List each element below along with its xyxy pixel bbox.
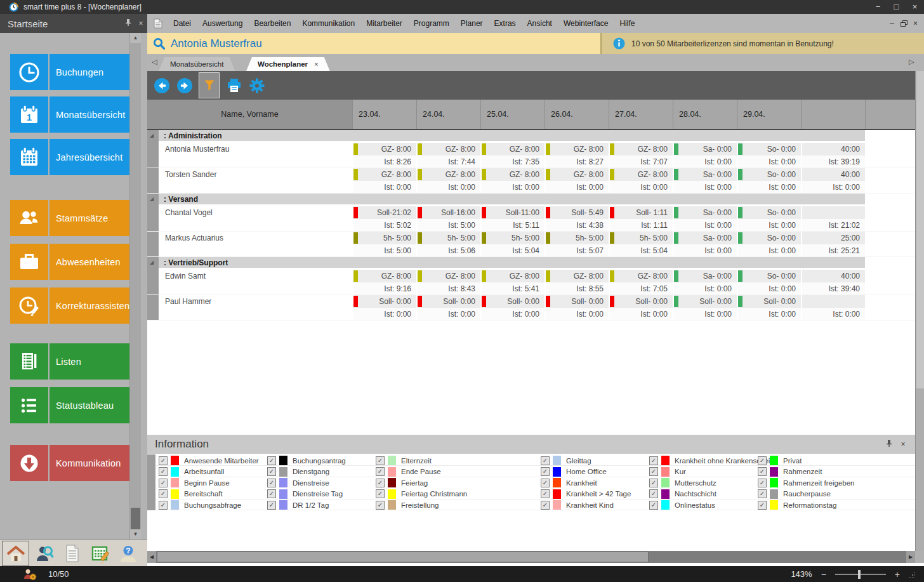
sidebar-item-monatsübersicht[interactable]: 1Monatsübersicht [10, 96, 129, 133]
sidebar-tab-calendar-pencil-icon[interactable] [87, 541, 113, 565]
mdi-restore-icon[interactable] [901, 20, 907, 27]
close-panel-icon[interactable]: × [135, 19, 147, 28]
ist-cell[interactable]: Ist: 0:00 [416, 181, 480, 193]
ist-cell[interactable]: Ist: 5:07 [544, 244, 609, 256]
plan-cell[interactable]: GZ- 8:00 [609, 168, 673, 181]
plan-cell[interactable]: 5h- 5:00 [609, 232, 673, 244]
column-header-date[interactable]: 23.04. [352, 100, 416, 129]
checkbox[interactable]: ✓ [541, 501, 550, 510]
checkbox[interactable]: ✓ [649, 479, 658, 487]
plan-cell[interactable]: Soll- 0:00 [352, 295, 416, 308]
column-header-date[interactable]: 24.04. [416, 100, 480, 129]
plan-cell[interactable]: Sa- 0:00 [673, 232, 737, 244]
sidebar-tab-document-icon[interactable] [59, 541, 85, 565]
checkbox[interactable]: ✓ [267, 467, 276, 476]
scrollbar-thumb[interactable] [157, 552, 649, 562]
column-header-date[interactable]: 26.04. [544, 100, 609, 129]
minimize-button[interactable]: − [869, 0, 887, 14]
checkbox[interactable]: ✓ [758, 467, 767, 476]
group-row[interactable]: ◢: Vertrieb/Support [147, 257, 915, 270]
plan-cell[interactable]: So- 0:00 [737, 143, 801, 155]
sidebar-tab-search-person-icon[interactable] [31, 541, 57, 565]
plan-cell[interactable]: GZ- 8:00 [480, 168, 544, 181]
ist-cell[interactable]: Ist: 0:00 [737, 244, 801, 256]
ist-cell[interactable]: Ist: 0:00 [416, 308, 480, 320]
checkbox[interactable]: ✓ [376, 501, 385, 510]
ist-row[interactable]: Ist: 8:26Ist: 7:44Ist: 7:35Ist: 8:27Ist:… [147, 155, 915, 168]
ist-row[interactable]: Ist: 9:16Ist: 8:43Ist: 5:41Ist: 8:55Ist:… [147, 282, 915, 295]
zoom-out-button[interactable]: − [821, 569, 826, 579]
maximize-button[interactable]: □ [887, 0, 906, 14]
ist-cell[interactable]: Ist: 7:07 [609, 155, 673, 168]
tab-close-icon[interactable]: × [314, 60, 319, 68]
checkbox[interactable]: ✓ [649, 489, 658, 498]
ist-row[interactable]: Ist: 0:00Ist: 0:00Ist: 0:00Ist: 0:00Ist:… [147, 308, 915, 321]
ist-cell[interactable]: Ist: 0:00 [673, 308, 737, 320]
tab-scroll-left-icon[interactable]: ◁ [152, 58, 157, 66]
employee-name[interactable]: Torsten Sander [159, 168, 352, 181]
ist-row[interactable]: Ist: 0:00Ist: 0:00Ist: 0:00Ist: 0:00Ist:… [147, 181, 915, 194]
ist-cell[interactable]: Ist: 5:00 [352, 244, 416, 256]
checkbox[interactable]: ✓ [541, 479, 550, 487]
ist-cell[interactable]: Ist: 0:00 [673, 181, 737, 193]
ist-cell[interactable]: Ist: 1:11 [609, 219, 673, 231]
sidebar-tab-help-person-icon[interactable]: ? [115, 541, 141, 565]
ist-cell[interactable]: Ist: 0:00 [673, 244, 737, 256]
checkbox[interactable]: ✓ [159, 456, 168, 465]
ist-cell[interactable]: Ist: 0:00 [673, 282, 737, 294]
scroll-up-icon[interactable]: ▲ [130, 33, 141, 43]
ist-row[interactable]: Ist: 5:00Ist: 5:06Ist: 5:04Ist: 5:07Ist:… [147, 244, 915, 257]
plan-cell[interactable]: 5h- 5:00 [416, 232, 480, 244]
checkbox[interactable]: ✓ [541, 489, 550, 498]
sidebar-item-korrekturassistent[interactable]: Korrekturassistent [10, 288, 129, 324]
sidebar-item-abwesenheiten[interactable]: Abwesenheiten [10, 244, 129, 280]
ist-cell[interactable]: Ist: 0:00 [480, 308, 544, 320]
checkbox[interactable]: ✓ [267, 479, 276, 487]
ist-cell[interactable]: Ist: 5:11 [480, 219, 544, 231]
plan-cell[interactable]: GZ- 8:00 [544, 143, 609, 155]
menu-item-planer[interactable]: Planer [455, 14, 489, 33]
plan-cell[interactable]: Soll- 0:00 [673, 295, 737, 308]
checkbox[interactable]: ✓ [758, 501, 767, 510]
scrollbar-thumb[interactable] [131, 508, 140, 529]
expander-icon[interactable]: ◢ [150, 260, 154, 265]
plan-cell[interactable]: Sa- 0:00 [673, 168, 737, 181]
ist-cell[interactable]: Ist: 0:00 [544, 181, 609, 193]
ist-cell[interactable]: Ist: 0:00 [673, 155, 737, 168]
scrollbar-thumb[interactable] [916, 71, 924, 388]
ist-cell[interactable]: Ist: 5:04 [480, 244, 544, 256]
plan-cell[interactable]: Soll-11:00 [480, 206, 544, 219]
plan-cell[interactable]: Soll- 0:00 [544, 295, 609, 308]
plan-row[interactable]: Markus Actuarius5h- 5:005h- 5:005h- 5:00… [147, 232, 915, 244]
employee-name[interactable]: Edwin Samt [159, 270, 352, 282]
plan-cell[interactable]: 5h- 5:00 [480, 232, 544, 244]
ist-cell[interactable]: Ist: 7:35 [480, 155, 544, 168]
checkbox[interactable]: ✓ [376, 456, 385, 465]
plan-cell[interactable]: Soll- 5:49 [544, 206, 609, 219]
checkbox[interactable]: ✓ [376, 489, 385, 498]
scroll-down-icon[interactable]: ▼ [130, 529, 141, 539]
mdi-minimize-icon[interactable]: ‒ [890, 20, 894, 27]
filter-button[interactable] [199, 72, 220, 98]
plan-cell[interactable]: Sa- 0:00 [673, 270, 737, 282]
menu-item-datei[interactable]: Datei [168, 14, 197, 33]
ist-cell[interactable]: Ist: 5:04 [609, 244, 673, 256]
menu-item-auswertung[interactable]: Auswertung [197, 14, 248, 33]
ist-cell[interactable]: Ist: 5:06 [416, 244, 480, 256]
expander-icon[interactable]: ◢ [150, 133, 154, 138]
ist-row[interactable]: Ist: 5:02Ist: 5:00Ist: 5:11Ist: 4:38Ist:… [147, 219, 915, 232]
pin-icon[interactable] [882, 439, 896, 449]
sidebar-tab-home-icon[interactable] [2, 541, 29, 566]
column-header-date[interactable]: 28.04. [673, 100, 737, 129]
checkbox[interactable]: ✓ [267, 501, 276, 510]
ist-cell[interactable]: Ist: 5:02 [352, 219, 416, 231]
plan-cell[interactable]: Soll- 0:00 [737, 295, 801, 308]
ist-cell[interactable]: Ist: 7:05 [609, 282, 673, 294]
checkbox[interactable]: ✓ [267, 456, 276, 465]
menu-item-kommunikation[interactable]: Kommunikation [296, 14, 360, 33]
plan-cell[interactable]: So- 0:00 [737, 206, 801, 219]
ist-cell[interactable]: Ist: 7:44 [416, 155, 480, 168]
checkbox[interactable]: ✓ [541, 456, 550, 465]
plan-cell[interactable]: So- 0:00 [737, 270, 801, 282]
previous-week-button[interactable] [154, 77, 170, 94]
